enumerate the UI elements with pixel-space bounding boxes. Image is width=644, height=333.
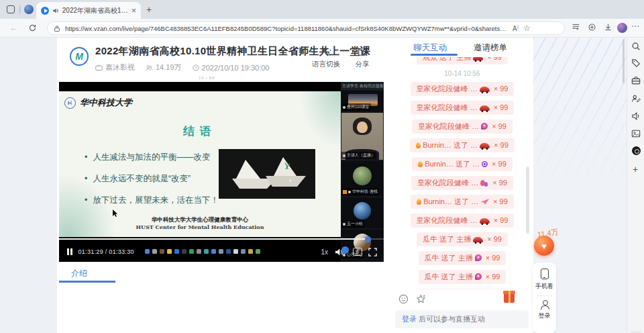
- sidebar-search-icon[interactable]: [631, 42, 641, 51]
- chat-login-input[interactable]: 登录后可以参与直播互动: [395, 310, 529, 328]
- login-link[interactable]: 登录: [402, 315, 417, 323]
- fullscreen-button[interactable]: [368, 248, 377, 256]
- car-gift-icon: [480, 218, 490, 224]
- sidebar-office-icon[interactable]: [631, 94, 641, 103]
- gift-action: 送了 主播: [437, 235, 471, 243]
- like-heart-button[interactable]: ♥: [534, 236, 554, 256]
- url-field[interactable]: https://wx.vzan.com/live/page/746BC48388…: [47, 21, 565, 35]
- gift-message: 瓜牛 送了 主播 × 99: [417, 289, 508, 289]
- viewers-icon: [146, 64, 153, 71]
- page-security-icon[interactable]: [54, 25, 60, 32]
- back-icon[interactable]: ←: [9, 23, 18, 33]
- gift-count: × 99: [484, 254, 500, 262]
- slide-header: 科 华中科技大学: [64, 97, 132, 109]
- sidebar-image-translate-icon[interactable]: [631, 129, 641, 138]
- gift-message: Burnin… 送了 … × 99: [410, 138, 515, 152]
- tv-icon: [95, 64, 103, 71]
- chat-toolbar: [398, 294, 426, 304]
- gift-count: × 99: [490, 160, 506, 168]
- participant-thumb[interactable]: [341, 260, 383, 262]
- collections-icon[interactable]: [572, 23, 580, 32]
- slide-title: 结语: [59, 124, 341, 139]
- flower-gift-icon: [475, 273, 482, 280]
- sidebar-add-icon[interactable]: +: [633, 164, 638, 175]
- university-name: 华中科技大学: [80, 97, 132, 109]
- edge-sidebar: +: [627, 38, 644, 333]
- leaf-decoration: [297, 91, 341, 152]
- gift-count: × 99: [492, 85, 508, 93]
- flame-icon: [418, 161, 423, 167]
- favorite-star-icon[interactable]: ☆: [523, 23, 531, 33]
- gift-sender: 皇家化院段健峰 …: [417, 179, 478, 187]
- playback-speed[interactable]: 1x: [321, 248, 328, 256]
- chat-message-list[interactable]: 观众 送了 主播 × 9910-14 10:56皇家化院段健峰 … × 99皇家…: [398, 57, 527, 289]
- participant-thumb-speaker[interactable]: 主讲人（直播）: [341, 113, 383, 160]
- sidebar-speaker-icon[interactable]: [631, 111, 641, 121]
- tab-chat-interaction[interactable]: 聊天互动: [413, 42, 447, 54]
- playback-time: 01:31:29 / 01:33:30: [78, 248, 134, 255]
- start-time: 2022/10/10 19:30:00: [193, 64, 270, 72]
- url-text[interactable]: https://wx.vzan.com/live/page/746BC48388…: [65, 25, 508, 32]
- participant-label: 五一小组: [341, 220, 364, 228]
- tab-actions-icon[interactable]: [7, 5, 15, 13]
- gift-action: 送了 …: [452, 197, 478, 205]
- participant-label: 贵州110课堂: [341, 103, 371, 111]
- car-gift-icon: [480, 87, 490, 92]
- browser-tab[interactable]: 2022年湖南省高校10.10世界 ×: [36, 2, 141, 19]
- tab-close-icon[interactable]: ×: [131, 7, 136, 15]
- gift-message: 皇家化院段健峰 … × 99: [412, 120, 513, 134]
- participant-thumb[interactable]: 华中科技·连线: [341, 161, 383, 196]
- gift-sender: Burnin…: [423, 197, 452, 205]
- page-scrollbar[interactable]: [623, 39, 625, 83]
- participant-thumb[interactable]: 贵州110课堂: [341, 91, 383, 111]
- watch-on-phone-label[interactable]: 手机看: [533, 282, 556, 291]
- progress-knob[interactable]: [365, 236, 371, 242]
- chat-scrollbar[interactable]: [526, 166, 529, 234]
- gift-message: 皇家化院段健峰 … × 99: [411, 213, 515, 228]
- speaker-face: [357, 122, 368, 133]
- gift-action: 送了 主播: [437, 57, 471, 61]
- progress-played: [59, 238, 368, 240]
- participant-thumb[interactable]: 五一小组: [341, 197, 383, 228]
- new-tab-button[interactable]: +: [146, 4, 152, 15]
- sidebar-shopping-tag-icon[interactable]: [631, 58, 641, 68]
- browser-profile-avatar[interactable]: [617, 23, 627, 33]
- tab-intro[interactable]: 介绍: [71, 268, 87, 279]
- pause-button[interactable]: [67, 248, 72, 255]
- slide-bullet: 放下过去，展望未来，活在当下！: [85, 195, 219, 206]
- browser-menu-icon[interactable]: ⋯: [631, 21, 639, 31]
- tab-audio-icon[interactable]: [52, 7, 59, 14]
- gift-action: 送了 …: [453, 160, 480, 168]
- workspace-avatar-icon[interactable]: [24, 5, 34, 14]
- tab-invite-ranking[interactable]: 邀请榜单: [474, 42, 507, 54]
- sidebar-extension-avatar[interactable]: [632, 146, 641, 155]
- login-label[interactable]: 登录: [533, 312, 556, 320]
- extensions-icon[interactable]: [588, 23, 596, 32]
- date-divider: 10-14 10:56: [398, 70, 527, 77]
- phone-icon[interactable]: [541, 269, 549, 279]
- sidebar-tools-icon[interactable]: [631, 76, 641, 85]
- car-gift-icon: [473, 57, 483, 60]
- share-button[interactable]: 分享: [346, 46, 378, 69]
- progress-bar[interactable]: [59, 238, 384, 240]
- session-watermark: 19～59: [199, 75, 215, 81]
- gift-button[interactable]: [504, 293, 515, 303]
- volume-knob[interactable]: [341, 246, 349, 254]
- gift-sender: 瓜牛: [425, 254, 439, 262]
- video-player[interactable]: 科 华中科技大学 结语 人生减法与加法的平衡——改变 人生永远不变的就是“改变”…: [59, 82, 384, 262]
- tab-title: 2022年湖南省高校10.10世界: [62, 6, 128, 15]
- browser-address-bar: ← https://wx.vzan.com/live/page/746BC483…: [0, 19, 644, 38]
- sidebar-divider: [631, 332, 641, 332]
- read-aloud-icon[interactable]: A⟩: [513, 24, 519, 32]
- tab-intro-underline: [59, 281, 115, 283]
- danmu-toggle[interactable]: 多: [353, 248, 362, 256]
- login-person-icon[interactable]: [540, 300, 549, 310]
- downloads-icon[interactable]: [604, 23, 612, 32]
- flame-icon: [417, 199, 421, 205]
- site-favicon-icon: [41, 7, 49, 15]
- magic-star-icon[interactable]: [416, 294, 426, 304]
- refresh-icon[interactable]: [28, 23, 37, 32]
- mouse-cursor: [113, 209, 118, 218]
- language-switch-button[interactable]: A 语言切换: [310, 46, 342, 69]
- emoji-icon[interactable]: [398, 294, 409, 304]
